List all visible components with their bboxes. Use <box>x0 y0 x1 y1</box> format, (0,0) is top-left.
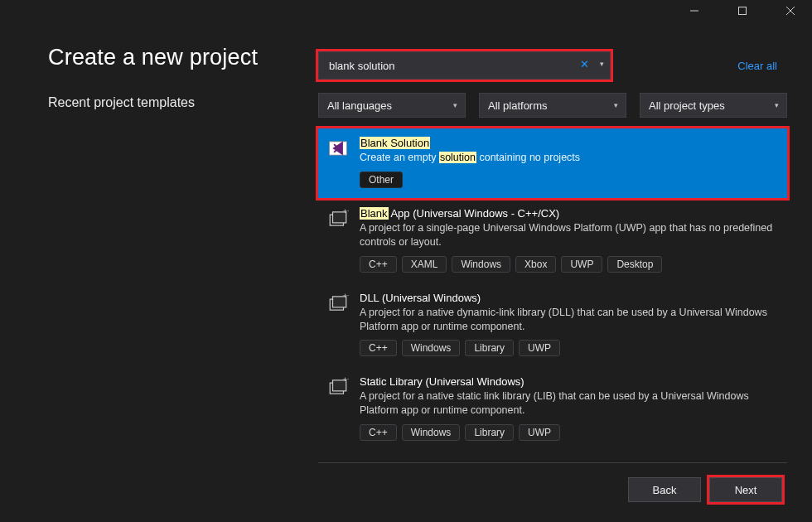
template-result[interactable]: ++Blank App (Universal Windows - C++/CX)… <box>318 198 787 283</box>
template-title: Blank App (Universal Windows - C++/CX) <box>360 207 779 220</box>
page-title: Create a new project <box>48 45 297 70</box>
filter-types[interactable]: All project types ▾ <box>640 93 787 118</box>
tag: Windows <box>402 424 461 441</box>
tag: C++ <box>360 424 397 441</box>
template-result[interactable]: Blank SolutionCreate an empty solution c… <box>318 128 787 198</box>
tag: Windows <box>452 256 510 273</box>
window-titlebar <box>0 0 812 22</box>
tag: Windows <box>402 340 461 356</box>
template-icon: ++ <box>326 207 350 230</box>
divider <box>318 462 787 463</box>
svg-text:++: ++ <box>343 292 349 300</box>
search-input[interactable]: blank solution ✕ ▾ <box>318 51 611 80</box>
tag: C++ <box>360 256 397 273</box>
template-icon: ++ <box>326 375 350 399</box>
chevron-down-icon: ▾ <box>453 101 457 109</box>
chevron-down-icon: ▾ <box>775 101 779 109</box>
tag: Other <box>360 172 403 188</box>
template-title: DLL (Universal Windows) <box>360 292 779 304</box>
clear-search-icon[interactable]: ✕ <box>580 58 589 70</box>
filter-platforms-label: All platforms <box>488 99 548 112</box>
template-tags: Other <box>360 172 779 188</box>
results-list: Blank SolutionCreate an empty solution c… <box>318 128 787 451</box>
filter-types-label: All project types <box>649 99 725 112</box>
template-description: Create an empty solution containing no p… <box>360 151 779 165</box>
svg-text:++: ++ <box>343 376 349 384</box>
template-description: A project for a single-page Universal Wi… <box>360 221 779 249</box>
tag: XAML <box>402 256 447 273</box>
clear-all-link[interactable]: Clear all <box>737 60 777 72</box>
chevron-down-icon: ▾ <box>614 101 618 109</box>
minimize-button[interactable] <box>678 0 711 22</box>
tag: Library <box>465 340 514 356</box>
template-description: A project for a native static link libra… <box>360 389 779 418</box>
svg-rect-1 <box>739 7 747 15</box>
tag: UWP <box>519 424 560 441</box>
template-result[interactable]: ++Static Library (Universal Windows)A pr… <box>318 366 787 451</box>
template-tags: C++XAMLWindowsXboxUWPDesktop <box>360 256 779 273</box>
search-value: blank solution <box>329 60 395 72</box>
filter-languages[interactable]: All languages ▾ <box>318 93 466 118</box>
svg-text:++: ++ <box>343 208 349 215</box>
template-icon <box>326 137 350 160</box>
template-tags: C++WindowsLibraryUWP <box>360 424 779 441</box>
filter-platforms[interactable]: All platforms ▾ <box>479 93 626 118</box>
filter-languages-label: All languages <box>327 99 392 112</box>
template-title: Blank Solution <box>360 137 779 149</box>
search-dropdown-icon[interactable]: ▾ <box>600 60 604 68</box>
recent-templates-heading: Recent project templates <box>48 95 297 110</box>
tag: UWP <box>519 340 560 356</box>
tag: C++ <box>360 340 397 356</box>
close-button[interactable] <box>774 0 807 22</box>
next-button[interactable]: Next <box>709 477 782 502</box>
maximize-button[interactable] <box>726 0 759 22</box>
tag: Desktop <box>607 256 662 273</box>
template-title: Static Library (Universal Windows) <box>360 375 779 388</box>
template-icon: ++ <box>326 292 350 315</box>
template-tags: C++WindowsLibraryUWP <box>360 340 779 356</box>
tag: UWP <box>561 256 602 273</box>
tag: Xbox <box>515 256 556 273</box>
template-description: A project for a native dynamic-link libr… <box>360 306 779 334</box>
template-result[interactable]: ++DLL (Universal Windows)A project for a… <box>318 283 787 367</box>
tag: Library <box>465 424 514 441</box>
back-button[interactable]: Back <box>628 477 701 502</box>
